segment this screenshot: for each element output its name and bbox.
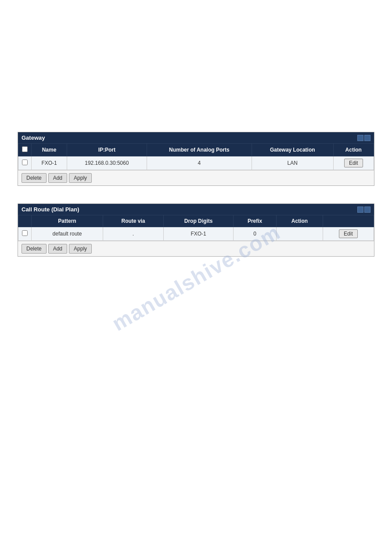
gateway-title-bar: Gateway bbox=[18, 132, 374, 143]
gateway-add-button[interactable]: Add bbox=[48, 173, 67, 183]
gateway-delete-button[interactable]: Delete bbox=[22, 173, 47, 183]
call-route-col-prefix: Action bbox=[277, 215, 323, 227]
call-route-section: Call Route (Dial Plan) Pattern Route via… bbox=[18, 203, 374, 257]
gateway-select-all[interactable] bbox=[22, 146, 28, 152]
gateway-table: Name IP:Port Number of Analog Ports Gate… bbox=[18, 143, 374, 170]
call-route-row-prefix bbox=[277, 227, 323, 241]
gateway-edit-button[interactable]: Edit bbox=[344, 159, 363, 167]
page-container: manualshive.com Gateway Name IP:Po bbox=[0, 0, 392, 555]
gateway-row-checkbox-cell bbox=[18, 156, 32, 170]
call-route-row-route-via: FXO-1 bbox=[164, 227, 234, 241]
call-route-maximize-icon[interactable] bbox=[364, 207, 370, 213]
call-route-minimize-icon[interactable] bbox=[357, 207, 363, 213]
call-route-row-checkbox[interactable] bbox=[22, 230, 28, 236]
call-route-apply-button[interactable]: Apply bbox=[69, 244, 92, 254]
call-route-row-pattern: . bbox=[103, 227, 163, 241]
call-route-row-drop-digits: 0 bbox=[234, 227, 277, 241]
call-route-actions: Delete Add Apply bbox=[18, 241, 374, 256]
call-route-title-bar: Call Route (Dial Plan) bbox=[18, 204, 374, 215]
gateway-row-ipport: 192.168.0.30:5060 bbox=[67, 156, 147, 170]
gateway-col-checkbox bbox=[18, 144, 32, 156]
gateway-row-action: Edit bbox=[333, 156, 374, 170]
call-route-delete-button[interactable]: Delete bbox=[22, 244, 47, 254]
gateway-row-analog-ports: 4 bbox=[147, 156, 252, 170]
call-route-table-row: default route . FXO-1 0 Edit bbox=[18, 227, 374, 241]
gateway-col-name: Name bbox=[32, 144, 67, 156]
call-route-title-controls bbox=[357, 207, 370, 213]
call-route-row-name: default route bbox=[32, 227, 103, 241]
gateway-row-location: LAN bbox=[252, 156, 333, 170]
gateway-col-action: Action bbox=[333, 144, 374, 156]
call-route-row-checkbox-cell bbox=[18, 227, 32, 241]
gateway-row-checkbox[interactable] bbox=[22, 160, 28, 165]
gateway-title-controls bbox=[357, 135, 370, 141]
gateway-col-analog-ports: Number of Analog Ports bbox=[147, 144, 252, 156]
call-route-col-action bbox=[323, 215, 374, 227]
call-route-title: Call Route (Dial Plan) bbox=[22, 206, 79, 213]
gateway-col-ipport: IP:Port bbox=[67, 144, 147, 156]
call-route-col-name: Pattern bbox=[32, 215, 103, 227]
call-route-add-button[interactable]: Add bbox=[48, 244, 67, 254]
gateway-actions: Delete Add Apply bbox=[18, 170, 374, 185]
gateway-table-wrapper: Gateway Name IP:Port Number of Analog Po… bbox=[18, 132, 374, 186]
call-route-row-action: Edit bbox=[323, 227, 374, 241]
call-route-edit-button[interactable]: Edit bbox=[339, 229, 358, 238]
gateway-title: Gateway bbox=[22, 134, 45, 141]
call-route-col-pattern: Route via bbox=[103, 215, 163, 227]
gateway-row-name: FXO-1 bbox=[32, 156, 67, 170]
gateway-section: Gateway Name IP:Port Number of Analog Po… bbox=[18, 132, 374, 186]
gateway-maximize-icon[interactable] bbox=[364, 135, 370, 141]
call-route-col-route-via: Drop Digits bbox=[164, 215, 234, 227]
gateway-col-location: Gateway Location bbox=[252, 144, 333, 156]
call-route-table-wrapper: Call Route (Dial Plan) Pattern Route via… bbox=[18, 203, 374, 257]
gateway-minimize-icon[interactable] bbox=[357, 135, 363, 141]
call-route-col-checkbox bbox=[18, 215, 32, 227]
gateway-table-row: FXO-1 192.168.0.30:5060 4 LAN Edit bbox=[18, 156, 374, 170]
call-route-col-drop-digits: Prefix bbox=[234, 215, 277, 227]
call-route-table: Pattern Route via Drop Digits Prefix Act… bbox=[18, 215, 374, 241]
gateway-apply-button[interactable]: Apply bbox=[69, 173, 92, 183]
